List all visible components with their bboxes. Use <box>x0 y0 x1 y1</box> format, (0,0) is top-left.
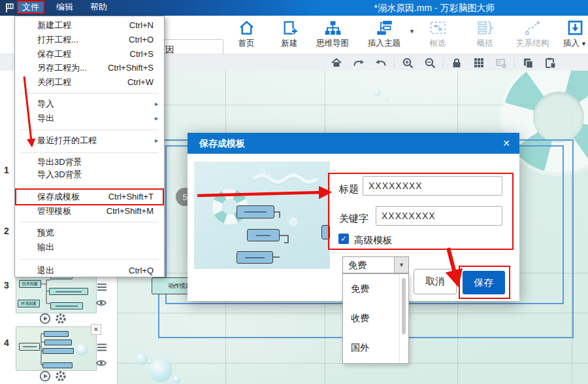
submenu-arrow-icon: ▸ <box>155 133 158 148</box>
dropdown-option-免费[interactable]: 免费 <box>343 281 398 296</box>
menubar-item-edit[interactable]: 编辑 <box>51 1 78 14</box>
dropdown-caret-icon[interactable]: ▼ <box>394 257 408 273</box>
title-input[interactable] <box>363 176 502 196</box>
slide-3-play-icon[interactable] <box>39 313 51 324</box>
menu-shortcut: Ctrl+Shift+M <box>106 204 154 218</box>
price-type-dropdown-list: 免费收费国外 <box>342 273 409 364</box>
undo-icon[interactable] <box>370 57 392 69</box>
thumb-node <box>50 302 83 309</box>
title-field-label: 标题 <box>339 183 359 196</box>
menubar-item-help[interactable]: 帮助 <box>85 1 112 14</box>
save-button[interactable]: 保存 <box>463 271 505 294</box>
relation-structure-icon <box>524 19 542 37</box>
menu-item-新建工程[interactable]: 新建工程Ctrl+N <box>16 18 163 33</box>
menu-shortcut: Ctrl+Shift+T <box>108 190 154 204</box>
menu-item-输出[interactable]: 输出 <box>16 240 163 254</box>
menu-item-打开工程...[interactable]: 打开工程...Ctrl+O <box>16 33 163 47</box>
toolbar-separator <box>394 58 395 68</box>
scrollbar-thumb[interactable] <box>402 278 406 334</box>
menu-item-保存成模板[interactable]: 保存成模板Ctrl+Shift+T <box>16 190 163 204</box>
bubble-decoration <box>384 97 389 101</box>
menubar-item-file[interactable]: 文件 <box>17 1 44 14</box>
slide-3-thumbnail[interactable]: 技术因素 环境因素 <box>16 274 97 313</box>
menu-shortcut: Ctrl+S <box>130 47 154 61</box>
paste-icon[interactable] <box>539 57 561 69</box>
keyword-input[interactable] <box>376 206 502 226</box>
cancel-button[interactable]: 取消 <box>414 269 457 294</box>
menu-shortcut: Ctrl+Shift+S <box>108 61 154 75</box>
titlebar: 文件编辑帮助 *溺水原因.mm - 万彩脑图大师 <box>0 0 588 16</box>
slide-4-visibility-eye-icon[interactable] <box>95 357 107 369</box>
slide-4-close-icon[interactable]: ✕ <box>91 324 101 335</box>
redo-icon[interactable] <box>348 57 370 69</box>
advanced-template-checkbox[interactable]: ✓ <box>338 234 349 244</box>
menu-item-导入3D背景[interactable]: 导入3D背景 <box>16 167 163 182</box>
copy-icon[interactable] <box>517 57 539 69</box>
insert-topic-icon <box>376 19 393 37</box>
price-type-value: 免费 <box>348 260 367 270</box>
menu-item-最近打开的工程[interactable]: 最近打开的工程▸ <box>16 133 163 148</box>
slide-number-4[interactable]: 4 <box>1 338 12 348</box>
toolbar-separator <box>443 58 444 68</box>
toolbar-button-insert[interactable]: 插入▼ <box>547 19 588 49</box>
keyword-field-label: 关键字 <box>339 213 368 225</box>
scrollbar-track <box>399 274 400 363</box>
thumb-node: 技术因素 <box>19 280 41 288</box>
menu-item-导入[interactable]: 导入▸ <box>16 97 163 111</box>
advanced-template-label: 高级模板 <box>354 234 392 247</box>
slide-4-settings-gear-icon[interactable] <box>55 370 67 382</box>
dialog-close-icon[interactable]: ✕ <box>502 137 510 149</box>
preview-node <box>247 229 280 241</box>
app-window: 动作慌乱 5 1234 技术因素 环境因素 <box>0 0 588 384</box>
window-title: *溺水原因.mm - 万彩脑图大师 <box>281 0 588 16</box>
grid-icon[interactable] <box>468 57 490 69</box>
home-icon <box>238 19 255 37</box>
menu-separator <box>20 259 159 260</box>
slide-number-2[interactable]: 2 <box>1 226 12 236</box>
menu-item-预览[interactable]: 预览 <box>16 226 163 240</box>
toolbar-separator <box>514 58 515 68</box>
menu-separator <box>20 186 159 186</box>
menu-separator <box>20 93 159 94</box>
submenu-arrow-icon: ▸ <box>155 111 158 126</box>
marquee-select-icon <box>429 19 447 37</box>
menu-item-关闭工程[interactable]: 关闭工程Ctrl+W <box>16 75 163 90</box>
menu-shortcut: Ctrl+W <box>127 75 154 90</box>
dialog-titlebar[interactable]: 保存成模板 <box>188 133 519 154</box>
menu-item-退出[interactable]: 退出Ctrl+Q <box>16 264 163 278</box>
zoom-in-icon[interactable] <box>397 57 419 69</box>
droplet-decoration <box>76 344 88 356</box>
menu-item-保存工程[interactable]: 保存工程Ctrl+S <box>16 47 163 61</box>
lock-icon[interactable] <box>446 57 468 69</box>
menu-shortcut: Ctrl+O <box>129 33 154 47</box>
dropdown-option-国外[interactable]: 国外 <box>343 340 398 355</box>
menu-item-导出[interactable]: 导出▸ <box>16 111 163 126</box>
thumb-node <box>44 331 69 337</box>
menu-item-另存工程为...[interactable]: 另存工程为...Ctrl+Shift+S <box>16 61 163 75</box>
slide-4-play-icon[interactable] <box>39 370 51 382</box>
price-type-select[interactable]: 免费 ▼ <box>342 256 409 273</box>
thumb-node <box>42 362 73 368</box>
slide-number-3[interactable]: 3 <box>1 280 12 290</box>
toolbar-button-insert-topic[interactable]: ▼插入主题 <box>356 19 412 49</box>
zoom-out-icon[interactable] <box>419 57 441 69</box>
preview-node <box>321 225 330 239</box>
home-icon[interactable] <box>325 57 348 69</box>
thumb-node: 环境因素 <box>18 300 40 307</box>
insert-download-icon <box>566 19 584 37</box>
slide-number-1[interactable]: 1 <box>1 165 12 175</box>
slide-3-settings-gear-icon[interactable] <box>55 313 67 324</box>
menu-shortcut: Ctrl+Q <box>129 264 154 278</box>
toolbar-button-mindmap[interactable]: 思维导图 <box>304 19 361 49</box>
slide-3-visibility-eye-icon[interactable] <box>95 297 107 309</box>
template-preview <box>194 162 330 269</box>
chevron-down-icon[interactable]: ▼ <box>581 41 587 47</box>
slide-4-thumbnail[interactable] <box>16 326 97 371</box>
slide-4-drag-handle-icon[interactable] <box>96 341 108 353</box>
dropdown-option-收费[interactable]: 收费 <box>343 310 398 326</box>
menu-separator <box>20 222 159 222</box>
preview-node <box>237 205 274 218</box>
new-document-icon <box>281 19 299 37</box>
menu-item-管理模板[interactable]: 管理模板Ctrl+Shift+M <box>16 204 163 218</box>
slide-3-drag-handle-icon[interactable] <box>96 281 108 293</box>
